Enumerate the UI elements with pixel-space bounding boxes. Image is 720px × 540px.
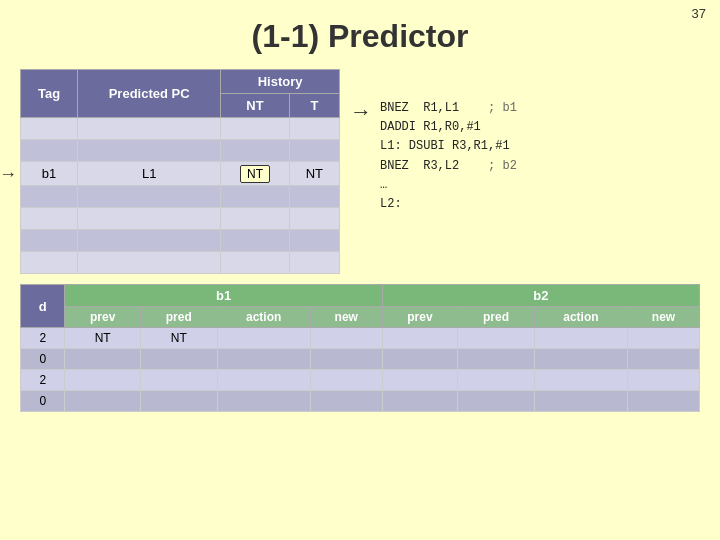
table-row: [21, 230, 340, 252]
code-line-6: L2:: [380, 195, 517, 214]
b1-t-value: NT: [289, 162, 339, 186]
col-history: History: [221, 70, 340, 94]
b1-new-1: [310, 328, 382, 349]
b1-pred-1: NT: [140, 328, 217, 349]
b1-tag: b1: [42, 166, 56, 181]
col-tag: Tag: [21, 70, 78, 118]
b2-sub-pred: pred: [458, 307, 535, 328]
table-row: [21, 140, 340, 162]
col-t: T: [289, 94, 339, 118]
col-nt: NT: [221, 94, 290, 118]
table-row: [21, 118, 340, 140]
row-arrow: →: [0, 163, 17, 184]
bottom-section: d b1 b2 prev pred action new prev pred a…: [0, 274, 720, 412]
code-line-4: BNEZ R3,L2 ; b2: [380, 157, 517, 176]
d-val-4: 0: [21, 391, 65, 412]
code-line-3: L1: DSUBI R3,R1,#1: [380, 137, 517, 156]
b2-action-1: [534, 328, 627, 349]
b1-sub-new: new: [310, 307, 382, 328]
b1-nt-value: NT: [240, 165, 270, 183]
table-row: 0: [21, 391, 700, 412]
table-row: 2 NT NT: [21, 328, 700, 349]
col-d: d: [21, 285, 65, 328]
b2-sub-prev: prev: [382, 307, 457, 328]
group-b1: b1: [65, 285, 382, 307]
predictor-section: Tag Predicted PC History NT T: [20, 69, 340, 274]
page-title: (1-1) Predictor: [0, 0, 720, 69]
table-row: [21, 208, 340, 230]
d-val-3: 2: [21, 370, 65, 391]
b2-pred-1: [458, 328, 535, 349]
table-row-b1: → b1 L1 NT NT: [21, 162, 340, 186]
b1-action-1: [217, 328, 310, 349]
code-line-2: DADDI R1,R0,#1: [380, 118, 517, 137]
table-row: 2: [21, 370, 700, 391]
b2-new-1: [628, 328, 700, 349]
b1-prev-1: NT: [65, 328, 140, 349]
code-arrow: →: [350, 99, 372, 125]
d-val-2: 0: [21, 349, 65, 370]
col-predicted-pc: Predicted PC: [78, 70, 221, 118]
b1-sub-pred: pred: [140, 307, 217, 328]
code-section: → BNEZ R1,L1 ; b1 DADDI R1,R0,#1 L1: DSU…: [350, 69, 700, 274]
b1-predicted-pc: L1: [78, 162, 221, 186]
b2-sub-new: new: [628, 307, 700, 328]
table-row: 0: [21, 349, 700, 370]
code-line-1: BNEZ R1,L1 ; b1: [380, 99, 517, 118]
d-val-1: 2: [21, 328, 65, 349]
b2-prev-1: [382, 328, 457, 349]
group-b2: b2: [382, 285, 699, 307]
table-row: [21, 252, 340, 274]
code-block: BNEZ R1,L1 ; b1 DADDI R1,R0,#1 L1: DSUBI…: [380, 99, 517, 214]
table-row: [21, 186, 340, 208]
b1-sub-action: action: [217, 307, 310, 328]
bottom-table: d b1 b2 prev pred action new prev pred a…: [20, 284, 700, 412]
b1-sub-prev: prev: [65, 307, 140, 328]
code-line-5: …: [380, 176, 517, 195]
b2-sub-action: action: [534, 307, 627, 328]
slide-number: 37: [692, 6, 706, 21]
predictor-table: Tag Predicted PC History NT T: [20, 69, 340, 274]
